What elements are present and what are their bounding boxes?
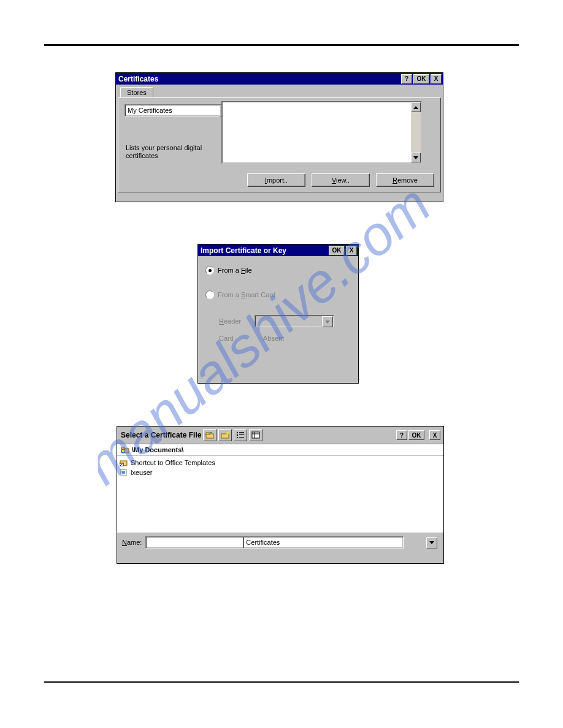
- help-button[interactable]: ?: [396, 430, 407, 440]
- path-bar: \My Documents\: [117, 444, 443, 456]
- svg-rect-10: [239, 437, 244, 438]
- svg-rect-2: [206, 433, 209, 434]
- svg-rect-9: [239, 434, 244, 435]
- store-description: Lists your personal digital certificates: [126, 144, 212, 160]
- ok-button[interactable]: OK: [413, 74, 429, 84]
- new-folder-button[interactable]: [218, 429, 232, 441]
- reader-row: Reader: [219, 315, 351, 327]
- ok-button[interactable]: OK: [329, 246, 345, 256]
- file-name: lxeuser: [131, 469, 152, 476]
- details-view-icon: [251, 431, 260, 439]
- close-button[interactable]: X: [429, 430, 440, 440]
- reader-label: Reader: [219, 317, 247, 325]
- svg-rect-8: [239, 432, 244, 433]
- path-text: \My Documents\: [132, 446, 183, 453]
- svg-rect-11: [252, 432, 259, 438]
- title-text: Import Certificate or Key: [201, 246, 286, 255]
- file-dialog: Select a Certificate File ? OK X \My Doc…: [117, 426, 444, 564]
- svg-rect-5: [237, 432, 238, 433]
- remove-button[interactable]: Remove: [376, 173, 434, 187]
- titlebar: Select a Certificate File ? OK X: [117, 427, 443, 444]
- title-text: Certificates: [118, 75, 158, 83]
- tab-stores[interactable]: Stores: [120, 87, 153, 98]
- footer-rule: [44, 681, 519, 683]
- type-select[interactable]: [243, 536, 404, 548]
- list-item[interactable]: lxeuser: [120, 468, 441, 477]
- folder-up-icon: [205, 431, 214, 439]
- details-view-button[interactable]: [249, 429, 262, 441]
- ok-button[interactable]: OK: [408, 430, 424, 440]
- titlebar: Certificates ? OK X: [116, 73, 443, 85]
- radio-label: From a File: [218, 267, 252, 274]
- list-view-button[interactable]: [234, 429, 247, 441]
- chevron-down-icon[interactable]: [426, 537, 437, 548]
- bottom-row: Name: Type:: [117, 532, 443, 552]
- svg-point-4: [226, 432, 229, 434]
- name-label: Name:: [122, 539, 142, 546]
- view-button[interactable]: View..: [312, 173, 370, 187]
- svg-rect-20: [122, 471, 125, 474]
- card-label: Card: [219, 335, 247, 342]
- radio-icon: [205, 266, 214, 275]
- file-name: Shortcut to Office Templates: [131, 459, 215, 466]
- titlebar: Import Certificate or Key OK X: [198, 245, 358, 256]
- svg-rect-6: [237, 434, 238, 436]
- svg-rect-3: [221, 434, 229, 438]
- file-list[interactable]: Shortcut to Office Templates lxeuser: [117, 456, 443, 532]
- shortcut-icon: [120, 459, 128, 466]
- certificate-list[interactable]: [221, 101, 422, 164]
- close-button[interactable]: X: [431, 74, 442, 84]
- import-dialog: Import Certificate or Key OK X From a Fi…: [197, 244, 359, 384]
- card-status: Absent: [263, 335, 284, 342]
- certificates-dialog: Certificates ? OK X Stores Lists your pe…: [115, 72, 443, 202]
- help-button[interactable]: ?: [401, 74, 412, 84]
- card-row: Card Absent: [219, 335, 351, 342]
- scrollbar[interactable]: [411, 102, 421, 162]
- list-view-icon: [236, 431, 245, 439]
- scroll-down-button[interactable]: [411, 153, 421, 162]
- svg-rect-7: [237, 437, 238, 438]
- header-rule: [44, 44, 519, 46]
- up-folder-button[interactable]: [203, 429, 216, 441]
- radio-icon: [205, 290, 214, 299]
- close-button[interactable]: X: [346, 246, 357, 256]
- folder-open-icon: [121, 446, 129, 453]
- store-select[interactable]: [124, 104, 232, 116]
- scroll-up-button[interactable]: [411, 102, 421, 112]
- store-select-value[interactable]: [124, 104, 232, 116]
- folder-new-icon: [221, 431, 229, 439]
- radio-label: From a Smart Card: [218, 291, 275, 298]
- reader-select: [255, 315, 334, 327]
- radio-from-file[interactable]: From a File: [205, 266, 351, 275]
- list-item[interactable]: Shortcut to Office Templates: [120, 458, 441, 468]
- file-icon: [120, 469, 128, 476]
- radio-from-smartcard[interactable]: From a Smart Card: [205, 290, 351, 299]
- chevron-down-icon: [322, 316, 333, 327]
- import-button[interactable]: Import..: [247, 173, 305, 187]
- title-text: Select a Certificate File: [121, 431, 201, 439]
